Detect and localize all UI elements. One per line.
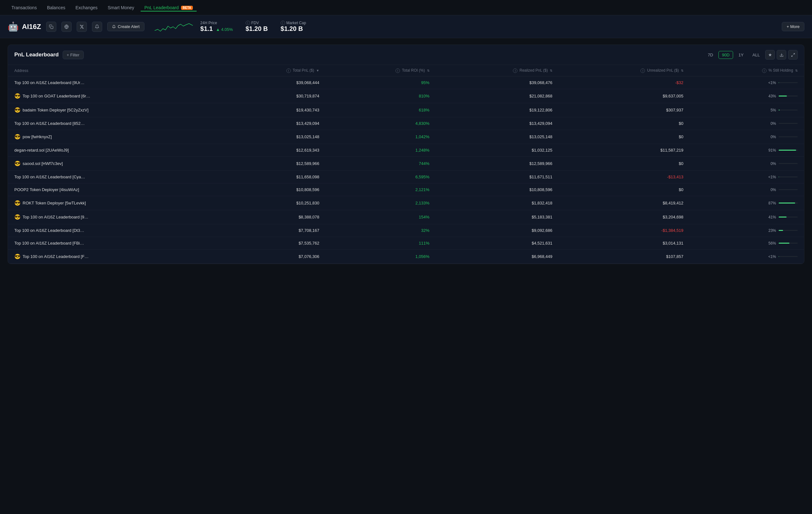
address-text: saood.sol [HWf7c3ev] (23, 161, 63, 166)
row-emoji: 😎 (14, 93, 21, 99)
address-text: Top 100 on AI16Z Leaderboard [852… (14, 121, 85, 126)
nav-pnl-leaderboard[interactable]: PnL Leaderboard BETA (141, 4, 197, 11)
market-cap-label: Market Cap (286, 21, 306, 25)
table-row[interactable]: 😎 badaim Token Deployer [5C2yZxzV] $19,4… (8, 103, 804, 117)
nav-transactions[interactable]: Transactions (8, 4, 41, 11)
progress-label: 91% (766, 148, 776, 153)
star-button[interactable]: ★ (765, 50, 775, 59)
create-alert-button[interactable]: Create Alert (107, 22, 144, 31)
progress-bar-fill (779, 202, 795, 204)
unrealized-pnl-cell: -$32 (559, 76, 690, 89)
row-emoji: 😎 (14, 200, 21, 206)
table-row[interactable]: degan-retard.sol [2UAeWoJ9] $12,619,343 … (8, 144, 804, 157)
progress-bar-bg (779, 82, 798, 83)
progress-label: 0% (766, 161, 776, 166)
total-pnl-cell: $13,429,094 (217, 117, 325, 130)
table-row[interactable]: Top 100 on AI16Z Leaderboard [FBi… $7,53… (8, 237, 804, 250)
table-row[interactable]: Top 100 on AI16Z Leaderboard [852… $13,4… (8, 117, 804, 130)
time-90d-button[interactable]: 90D (719, 51, 733, 59)
unrealized-pnl-cell: $8,419,412 (559, 196, 690, 210)
main-content: PnL Leaderboard + Filter 7D 90D 1Y ALL ★ (0, 38, 812, 270)
total-pnl-cell: $10,251,830 (217, 196, 325, 210)
table-row[interactable]: 😎 Top 100 on AI16Z Leaderboard [F… $7,07… (8, 250, 804, 264)
progress-label: 23% (766, 228, 776, 233)
fullscreen-button[interactable] (788, 50, 798, 59)
market-cap-info-icon: i (281, 21, 285, 25)
address-cell: Top 100 on AI16Z Leaderboard [9Ur… (8, 76, 217, 89)
panel-controls: 7D 90D 1Y ALL ★ (704, 50, 798, 59)
globe-button[interactable] (61, 22, 71, 32)
progress-bar-bg (779, 136, 798, 137)
progress-bar-bg (779, 217, 798, 217)
progress-label: 0% (766, 121, 776, 126)
address-text: Top 100 on AI16Z Leaderboard [Cya… (14, 174, 85, 179)
market-cap-value: $1.20 B (281, 25, 306, 32)
filter-button[interactable]: + Filter (63, 51, 84, 59)
total-roi-cell: 32% (325, 224, 436, 237)
nav-exchanges[interactable]: Exchanges (71, 4, 101, 11)
total-pnl-cell: $19,430,743 (217, 103, 325, 117)
still-holding-cell: 23% (690, 224, 804, 237)
panel-title: PnL Leaderboard (14, 52, 59, 58)
address-text: Top 100 on GOAT Leaderboard [6r… (23, 93, 90, 99)
table-row[interactable]: 😎 Top 100 on AI16Z Leaderboard [9… $8,38… (8, 210, 804, 224)
leaderboard-table-container: Address i Total PnL ($) ▼ i Total ROI (%… (8, 65, 804, 264)
copy-button[interactable] (46, 22, 56, 32)
time-1y-button[interactable]: 1Y (735, 51, 747, 59)
col-unrealized-pnl: i Unrealized PnL ($) ⇅ (559, 65, 690, 76)
realized-pnl-cell: $9,092,686 (436, 224, 559, 237)
progress-bar-bg (779, 230, 798, 231)
nav-balances[interactable]: Balances (43, 4, 69, 11)
address-cell: 😎 Top 100 on AI16Z Leaderboard [F… (8, 250, 217, 264)
price-section: 24H Price $1.1 ▲ 4.05% (200, 21, 233, 32)
realized-pnl-cell: $1,832,418 (436, 196, 559, 210)
table-row[interactable]: 😎 Top 100 on GOAT Leaderboard [6r… $30,7… (8, 89, 804, 103)
download-button[interactable] (777, 50, 786, 59)
table-row[interactable]: 😎 ROKT Token Deployer [5wTLevkk] $10,251… (8, 196, 804, 210)
total-pnl-cell: $11,658,098 (217, 171, 325, 184)
total-roi-cell: 154% (325, 210, 436, 224)
address-text: Top 100 on AI16Z Leaderboard [F… (23, 254, 88, 259)
address-cell: 😎 Top 100 on GOAT Leaderboard [6r… (8, 89, 217, 103)
total-pnl-cell: $39,068,444 (217, 76, 325, 89)
twitter-button[interactable] (77, 22, 87, 32)
table-row[interactable]: Top 100 on AI16Z Leaderboard [Dt3… $7,70… (8, 224, 804, 237)
still-holding-cell: 0% (690, 117, 804, 130)
total-roi-cell: 810% (325, 89, 436, 103)
more-button[interactable]: + More (782, 22, 804, 31)
notifications-button[interactable] (92, 22, 102, 32)
col-total-pnl: i Total PnL ($) ▼ (217, 65, 325, 76)
unrealized-pnl-cell: -$1,384,519 (559, 224, 690, 237)
realized-pnl-cell: $10,808,596 (436, 184, 559, 196)
market-cap-section: i Market Cap $1.20 B (281, 21, 306, 32)
table-header-row: Address i Total PnL ($) ▼ i Total ROI (%… (8, 65, 804, 76)
table-row[interactable]: 😎 saood.sol [HWf7c3ev] $12,589,966 744% … (8, 157, 804, 171)
total-roi-cell: 744% (325, 157, 436, 171)
nav-smart-money[interactable]: Smart Money (104, 4, 138, 11)
address-text: ROKT Token Deployer [5wTLevkk] (23, 200, 86, 206)
progress-bar-bg (779, 189, 798, 190)
total-pnl-cell: $12,619,343 (217, 144, 325, 157)
address-cell: 😎 pow [fwHknyxZ] (8, 130, 217, 144)
progress-label: 0% (766, 188, 776, 192)
address-text: Top 100 on AI16Z Leaderboard [FBi… (14, 241, 84, 246)
table-row[interactable]: Top 100 on AI16Z Leaderboard [9Ur… $39,0… (8, 76, 804, 89)
panel-header: PnL Leaderboard + Filter 7D 90D 1Y ALL ★ (8, 45, 804, 65)
total-pnl-cell: $8,388,078 (217, 210, 325, 224)
total-pnl-cell: $12,589,966 (217, 157, 325, 171)
realized-pnl-cell: $21,082,868 (436, 89, 559, 103)
table-row[interactable]: POOP2 Token Deployer [4isuWiAz] $10,808,… (8, 184, 804, 196)
price-label: 24H Price (200, 21, 233, 25)
total-roi-cell: 2,121% (325, 184, 436, 196)
table-row[interactable]: Top 100 on AI16Z Leaderboard [Cya… $11,6… (8, 171, 804, 184)
time-all-button[interactable]: ALL (749, 51, 763, 59)
svg-rect-0 (51, 26, 53, 29)
unrealized-pnl-cell: $3,014,131 (559, 237, 690, 250)
table-row[interactable]: 😎 pow [fwHknyxZ] $13,025,148 1,042% $13,… (8, 130, 804, 144)
address-cell: 😎 badaim Token Deployer [5C2yZxzV] (8, 103, 217, 117)
time-7d-button[interactable]: 7D (704, 51, 717, 59)
total-pnl-cell: $13,025,148 (217, 130, 325, 144)
row-emoji: 😎 (14, 134, 21, 140)
fdv-info-icon: i (245, 21, 250, 25)
address-cell: 😎 Top 100 on AI16Z Leaderboard [9… (8, 210, 217, 224)
